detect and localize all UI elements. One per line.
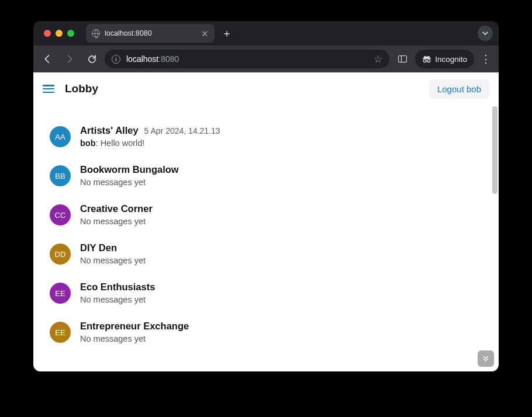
room-name: Artists' Alley — [80, 125, 139, 136]
page-title: Lobby — [65, 82, 98, 95]
incognito-label: Incognito — [435, 55, 467, 64]
avatar: EE — [50, 322, 71, 343]
room-timestamp: 5 Apr 2024, 14.21.13 — [144, 126, 220, 135]
tab-search-button[interactable] — [478, 26, 493, 41]
tab-strip: localhost:8080 ✕ ＋ — [33, 21, 499, 46]
menu-button[interactable] — [43, 85, 54, 93]
preview-author: bob — [80, 138, 96, 148]
room-item[interactable]: DDDIY DenNo messages yet — [50, 234, 482, 273]
avatar: BB — [50, 165, 71, 186]
room-body: DIY DenNo messages yet — [80, 242, 482, 265]
avatar: CC — [50, 204, 71, 225]
side-panel-button[interactable] — [393, 50, 412, 68]
close-window-button[interactable] — [44, 30, 51, 37]
room-item[interactable]: EEEco EnthusiastsNo messages yet — [50, 273, 482, 312]
scroll-down-button[interactable] — [478, 350, 494, 367]
url-text: localhost:8080 — [126, 54, 368, 64]
tab-title: localhost:8080 — [105, 29, 196, 37]
logout-button[interactable]: Logout bob — [429, 79, 489, 99]
minimize-window-button[interactable] — [56, 30, 63, 37]
app-content: Lobby Logout bob AAArtists' Alley5 Apr 2… — [33, 72, 499, 371]
panel-icon — [398, 55, 407, 62]
room-body: Entrepreneur ExchangeNo messages yet — [80, 321, 482, 343]
room-body: Artists' Alley5 Apr 2024, 14.21.13bob: H… — [80, 125, 482, 148]
bookmark-star-icon[interactable]: ☆ — [374, 53, 382, 65]
room-name: Eco Enthusiasts — [80, 282, 155, 293]
room-name: Bookworm Bungalow — [80, 164, 179, 175]
scrollbar-thumb[interactable] — [492, 106, 498, 194]
preview-text: No messages yet — [80, 256, 146, 265]
room-item[interactable]: BBBookworm BungalowNo messages yet — [50, 156, 482, 195]
preview-text: No messages yet — [80, 334, 146, 343]
preview-text: No messages yet — [80, 217, 146, 226]
site-info-icon[interactable]: i — [112, 55, 120, 64]
browser-window: localhost:8080 ✕ ＋ i localhost:8080 ☆ — [33, 21, 499, 371]
new-tab-button[interactable]: ＋ — [219, 26, 234, 41]
room-item[interactable]: EEEntrepreneur ExchangeNo messages yet — [50, 312, 482, 352]
window-controls — [39, 30, 81, 37]
room-body: Creative CornerNo messages yet — [80, 203, 482, 226]
avatar: DD — [50, 244, 71, 265]
room-item[interactable]: CCCreative CornerNo messages yet — [50, 195, 482, 234]
avatar: EE — [50, 283, 71, 304]
room-body: Eco EnthusiastsNo messages yet — [80, 282, 482, 304]
preview-text: No messages yet — [80, 178, 146, 187]
globe-icon — [92, 29, 100, 37]
preview-text: : Hello world! — [96, 138, 145, 148]
room-body: Bookworm BungalowNo messages yet — [80, 164, 482, 187]
room-preview: No messages yet — [80, 295, 482, 304]
svg-point-0 — [424, 60, 427, 62]
forward-button[interactable] — [60, 50, 79, 68]
browser-menu-button[interactable]: ⋮ — [478, 53, 494, 65]
room-preview: No messages yet — [80, 217, 482, 226]
room-name: Creative Corner — [80, 203, 153, 214]
room-preview: No messages yet — [80, 178, 482, 187]
app-header: Lobby Logout bob — [33, 72, 499, 105]
browser-tab[interactable]: localhost:8080 ✕ — [86, 24, 215, 43]
reload-button[interactable] — [82, 50, 101, 68]
avatar: AA — [50, 126, 71, 147]
room-preview: No messages yet — [80, 334, 482, 343]
room-list-scroll[interactable]: AAArtists' Alley5 Apr 2024, 14.21.13bob:… — [33, 105, 499, 371]
room-preview: bob: Hello world! — [80, 138, 482, 148]
room-name: DIY Den — [80, 242, 117, 253]
maximize-window-button[interactable] — [67, 30, 74, 37]
close-tab-button[interactable]: ✕ — [201, 29, 209, 38]
incognito-indicator[interactable]: Incognito — [415, 50, 474, 68]
room-item[interactable]: AAArtists' Alley5 Apr 2024, 14.21.13bob:… — [50, 117, 482, 156]
back-button[interactable] — [38, 50, 57, 68]
preview-text: No messages yet — [80, 295, 146, 304]
browser-toolbar: i localhost:8080 ☆ Incognito ⋮ — [33, 46, 499, 72]
room-list: AAArtists' Alley5 Apr 2024, 14.21.13bob:… — [33, 105, 499, 363]
address-bar[interactable]: i localhost:8080 ☆ — [105, 50, 389, 68]
room-preview: No messages yet — [80, 256, 482, 265]
svg-point-1 — [427, 60, 430, 62]
incognito-icon — [422, 55, 431, 63]
room-name: Entrepreneur Exchange — [80, 321, 189, 332]
